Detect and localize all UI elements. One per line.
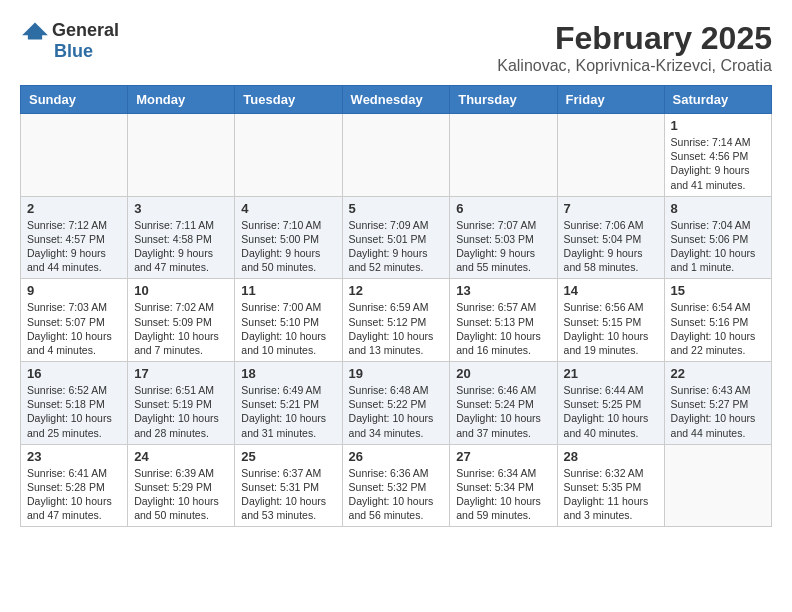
day-number: 23: [27, 449, 121, 464]
calendar-week-row: 2Sunrise: 7:12 AM Sunset: 4:57 PM Daylig…: [21, 196, 772, 279]
table-row: 23Sunrise: 6:41 AM Sunset: 5:28 PM Dayli…: [21, 444, 128, 527]
page-header: General Blue February 2025 Kalinovac, Ko…: [20, 20, 772, 75]
day-info: Sunrise: 6:37 AM Sunset: 5:31 PM Dayligh…: [241, 466, 335, 523]
table-row: 5Sunrise: 7:09 AM Sunset: 5:01 PM Daylig…: [342, 196, 450, 279]
day-number: 10: [134, 283, 228, 298]
logo-blue: Blue: [54, 41, 93, 62]
day-info: Sunrise: 6:43 AM Sunset: 5:27 PM Dayligh…: [671, 383, 765, 440]
table-row: 4Sunrise: 7:10 AM Sunset: 5:00 PM Daylig…: [235, 196, 342, 279]
calendar-week-row: 16Sunrise: 6:52 AM Sunset: 5:18 PM Dayli…: [21, 362, 772, 445]
table-row: 2Sunrise: 7:12 AM Sunset: 4:57 PM Daylig…: [21, 196, 128, 279]
day-number: 1: [671, 118, 765, 133]
table-row: 12Sunrise: 6:59 AM Sunset: 5:12 PM Dayli…: [342, 279, 450, 362]
logo-icon: [20, 21, 50, 41]
day-info: Sunrise: 6:56 AM Sunset: 5:15 PM Dayligh…: [564, 300, 658, 357]
day-info: Sunrise: 6:51 AM Sunset: 5:19 PM Dayligh…: [134, 383, 228, 440]
day-number: 3: [134, 201, 228, 216]
logo-general: General: [52, 20, 119, 41]
table-row: 3Sunrise: 7:11 AM Sunset: 4:58 PM Daylig…: [128, 196, 235, 279]
day-info: Sunrise: 7:14 AM Sunset: 4:56 PM Dayligh…: [671, 135, 765, 192]
day-info: Sunrise: 6:59 AM Sunset: 5:12 PM Dayligh…: [349, 300, 444, 357]
header-wednesday: Wednesday: [342, 86, 450, 114]
day-number: 2: [27, 201, 121, 216]
month-title: February 2025: [497, 20, 772, 57]
calendar-week-row: 23Sunrise: 6:41 AM Sunset: 5:28 PM Dayli…: [21, 444, 772, 527]
day-number: 13: [456, 283, 550, 298]
day-number: 4: [241, 201, 335, 216]
table-row: 7Sunrise: 7:06 AM Sunset: 5:04 PM Daylig…: [557, 196, 664, 279]
day-number: 6: [456, 201, 550, 216]
table-row: 18Sunrise: 6:49 AM Sunset: 5:21 PM Dayli…: [235, 362, 342, 445]
table-row: [664, 444, 771, 527]
day-number: 5: [349, 201, 444, 216]
table-row: 6Sunrise: 7:07 AM Sunset: 5:03 PM Daylig…: [450, 196, 557, 279]
day-info: Sunrise: 6:36 AM Sunset: 5:32 PM Dayligh…: [349, 466, 444, 523]
table-row: [235, 114, 342, 197]
location: Kalinovac, Koprivnica-Krizevci, Croatia: [497, 57, 772, 75]
day-number: 12: [349, 283, 444, 298]
calendar-table: Sunday Monday Tuesday Wednesday Thursday…: [20, 85, 772, 527]
table-row: 19Sunrise: 6:48 AM Sunset: 5:22 PM Dayli…: [342, 362, 450, 445]
calendar-week-row: 9Sunrise: 7:03 AM Sunset: 5:07 PM Daylig…: [21, 279, 772, 362]
day-info: Sunrise: 7:04 AM Sunset: 5:06 PM Dayligh…: [671, 218, 765, 275]
day-info: Sunrise: 6:48 AM Sunset: 5:22 PM Dayligh…: [349, 383, 444, 440]
day-number: 27: [456, 449, 550, 464]
day-info: Sunrise: 6:44 AM Sunset: 5:25 PM Dayligh…: [564, 383, 658, 440]
calendar-week-row: 1Sunrise: 7:14 AM Sunset: 4:56 PM Daylig…: [21, 114, 772, 197]
day-number: 26: [349, 449, 444, 464]
day-number: 28: [564, 449, 658, 464]
table-row: [450, 114, 557, 197]
header-thursday: Thursday: [450, 86, 557, 114]
header-sunday: Sunday: [21, 86, 128, 114]
table-row: 20Sunrise: 6:46 AM Sunset: 5:24 PM Dayli…: [450, 362, 557, 445]
day-number: 24: [134, 449, 228, 464]
table-row: 28Sunrise: 6:32 AM Sunset: 5:35 PM Dayli…: [557, 444, 664, 527]
day-number: 17: [134, 366, 228, 381]
table-row: 14Sunrise: 6:56 AM Sunset: 5:15 PM Dayli…: [557, 279, 664, 362]
table-row: 11Sunrise: 7:00 AM Sunset: 5:10 PM Dayli…: [235, 279, 342, 362]
day-number: 11: [241, 283, 335, 298]
day-info: Sunrise: 6:52 AM Sunset: 5:18 PM Dayligh…: [27, 383, 121, 440]
day-number: 19: [349, 366, 444, 381]
day-number: 18: [241, 366, 335, 381]
table-row: 13Sunrise: 6:57 AM Sunset: 5:13 PM Dayli…: [450, 279, 557, 362]
table-row: 16Sunrise: 6:52 AM Sunset: 5:18 PM Dayli…: [21, 362, 128, 445]
day-number: 14: [564, 283, 658, 298]
header-monday: Monday: [128, 86, 235, 114]
day-info: Sunrise: 7:10 AM Sunset: 5:00 PM Dayligh…: [241, 218, 335, 275]
svg-marker-0: [22, 22, 48, 39]
table-row: 8Sunrise: 7:04 AM Sunset: 5:06 PM Daylig…: [664, 196, 771, 279]
day-info: Sunrise: 6:41 AM Sunset: 5:28 PM Dayligh…: [27, 466, 121, 523]
header-saturday: Saturday: [664, 86, 771, 114]
day-number: 16: [27, 366, 121, 381]
table-row: 17Sunrise: 6:51 AM Sunset: 5:19 PM Dayli…: [128, 362, 235, 445]
day-info: Sunrise: 7:06 AM Sunset: 5:04 PM Dayligh…: [564, 218, 658, 275]
day-number: 25: [241, 449, 335, 464]
table-row: [128, 114, 235, 197]
header-friday: Friday: [557, 86, 664, 114]
logo: General Blue: [20, 20, 119, 62]
header-tuesday: Tuesday: [235, 86, 342, 114]
day-info: Sunrise: 7:12 AM Sunset: 4:57 PM Dayligh…: [27, 218, 121, 275]
day-info: Sunrise: 7:09 AM Sunset: 5:01 PM Dayligh…: [349, 218, 444, 275]
day-info: Sunrise: 7:03 AM Sunset: 5:07 PM Dayligh…: [27, 300, 121, 357]
weekday-header-row: Sunday Monday Tuesday Wednesday Thursday…: [21, 86, 772, 114]
day-number: 9: [27, 283, 121, 298]
day-info: Sunrise: 6:39 AM Sunset: 5:29 PM Dayligh…: [134, 466, 228, 523]
day-number: 20: [456, 366, 550, 381]
table-row: 15Sunrise: 6:54 AM Sunset: 5:16 PM Dayli…: [664, 279, 771, 362]
day-info: Sunrise: 7:02 AM Sunset: 5:09 PM Dayligh…: [134, 300, 228, 357]
day-number: 21: [564, 366, 658, 381]
day-info: Sunrise: 6:34 AM Sunset: 5:34 PM Dayligh…: [456, 466, 550, 523]
day-info: Sunrise: 7:07 AM Sunset: 5:03 PM Dayligh…: [456, 218, 550, 275]
day-number: 22: [671, 366, 765, 381]
day-info: Sunrise: 6:54 AM Sunset: 5:16 PM Dayligh…: [671, 300, 765, 357]
title-area: February 2025 Kalinovac, Koprivnica-Kriz…: [497, 20, 772, 75]
table-row: [342, 114, 450, 197]
table-row: 1Sunrise: 7:14 AM Sunset: 4:56 PM Daylig…: [664, 114, 771, 197]
table-row: 21Sunrise: 6:44 AM Sunset: 5:25 PM Dayli…: [557, 362, 664, 445]
table-row: 22Sunrise: 6:43 AM Sunset: 5:27 PM Dayli…: [664, 362, 771, 445]
table-row: 9Sunrise: 7:03 AM Sunset: 5:07 PM Daylig…: [21, 279, 128, 362]
table-row: 24Sunrise: 6:39 AM Sunset: 5:29 PM Dayli…: [128, 444, 235, 527]
day-info: Sunrise: 6:32 AM Sunset: 5:35 PM Dayligh…: [564, 466, 658, 523]
